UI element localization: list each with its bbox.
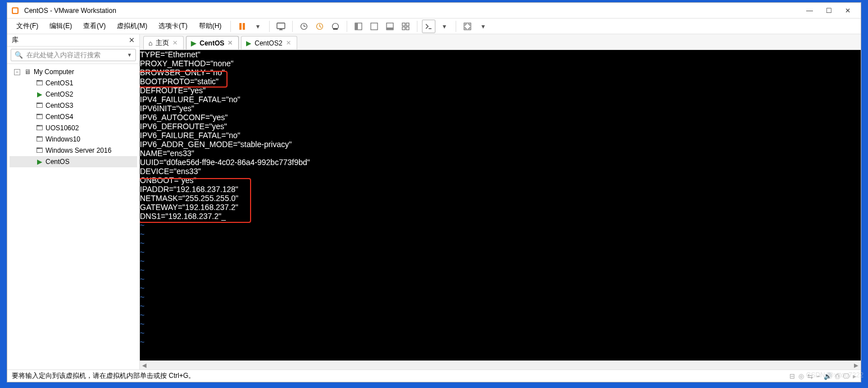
tab-close-icon[interactable]: ✕ [172, 39, 178, 47]
cd-icon[interactable]: ◎ [798, 372, 804, 380]
layout-single-icon[interactable] [367, 20, 381, 33]
tab-label: CentOS2 [255, 39, 282, 47]
menu-vm[interactable]: 虚拟机(M) [112, 20, 152, 33]
pause-icon[interactable] [235, 20, 249, 33]
chevron-down-icon[interactable]: ▼ [127, 52, 132, 58]
manage-icon[interactable] [329, 20, 342, 33]
dropdown-icon[interactable]: ▾ [251, 20, 265, 33]
svg-rect-3 [243, 23, 245, 30]
tree-item-win10[interactable]: 🗔Windows10 [10, 134, 137, 145]
revert-icon[interactable] [313, 20, 326, 33]
menu-tabs[interactable]: 选项卡(T) [154, 20, 192, 33]
tab-centos[interactable]: ▶CentOS✕ [186, 36, 239, 49]
terminal-tilde: ~ [140, 275, 861, 284]
terminal[interactable]: TYPE="Ethernet"PROXY_METHOD="none"BROWSE… [140, 50, 861, 360]
menu-help[interactable]: 帮助(H) [194, 20, 226, 33]
collapse-icon[interactable]: − [14, 69, 20, 75]
terminal-line: DEVICE="ens33" [140, 167, 861, 176]
menu-edit[interactable]: 编辑(E) [45, 20, 76, 33]
vm-icon: 🗔 [35, 135, 43, 143]
terminal-line: DEFROUTE="yes" [140, 86, 861, 95]
tab-close-icon[interactable]: ✕ [286, 39, 291, 47]
disk-icon[interactable]: ⊟ [789, 372, 795, 380]
search-row: 🔍 在此处键入内容进行搜索 ▼ [7, 47, 139, 64]
window-title: CentOS - VMware Workstation [24, 7, 116, 15]
titlebar: CentOS - VMware Workstation ― ☐ ✕ [7, 3, 861, 19]
svg-rect-21 [406, 27, 409, 30]
home-icon: ⌂ [148, 39, 152, 47]
menu-view[interactable]: 查看(V) [79, 20, 110, 33]
console-icon[interactable] [422, 20, 435, 33]
dropdown-icon[interactable]: ▾ [476, 20, 490, 33]
terminal-tilde: ~ [140, 266, 861, 275]
maximize-button[interactable]: ☐ [819, 4, 838, 17]
svg-rect-12 [333, 28, 338, 30]
clock-icon[interactable] [297, 20, 311, 33]
terminal-line: IPV6INIT="yes" [140, 104, 861, 113]
minimize-button[interactable]: ― [800, 4, 819, 17]
terminal-line: PROXY_METHOD="none" [140, 59, 861, 68]
tree-item-centos[interactable]: ▶CentOS [10, 156, 137, 167]
terminal-line: GATEWAY="192.168.237.2" [140, 203, 861, 212]
menubar: 文件(F) 编辑(E) 查看(V) 虚拟机(M) 选项卡(T) 帮助(H) ▾ … [7, 19, 861, 34]
sidebar: 库 ✕ 🔍 在此处键入内容进行搜索 ▼ − 🖥 My Computer 🗔Cen… [7, 34, 140, 369]
terminal-line: IPADDR="192.168.237.128" [140, 185, 861, 194]
terminal-line: TYPE="Ethernet" [140, 50, 861, 59]
dropdown-icon[interactable]: ▾ [438, 20, 451, 33]
tab-centos2[interactable]: ▶CentOS2✕ [241, 36, 297, 49]
layout-thumb-icon[interactable] [383, 20, 397, 33]
tab-home[interactable]: ⌂主页✕ [143, 36, 184, 49]
svg-rect-20 [402, 27, 405, 30]
sidebar-title: 库 [12, 35, 19, 45]
terminal-tilde: ~ [140, 284, 861, 293]
layout-multi-icon[interactable] [399, 20, 412, 33]
terminal-tilde: ~ [140, 302, 861, 311]
tree-item-centos1[interactable]: 🗔CentOS1 [10, 77, 137, 89]
watermark: CSDN @xttou7222 [806, 371, 864, 379]
svg-rect-1 [13, 8, 17, 13]
separator [456, 21, 456, 32]
scroll-left-icon[interactable]: ◀ [140, 362, 149, 368]
separator [269, 21, 270, 32]
terminal-line: BROWSER_ONLY="no" [140, 68, 861, 77]
terminal-tilde: ~ [140, 328, 861, 337]
tree-item-label: CentOS1 [46, 79, 73, 87]
tree-item-centos2[interactable]: ▶CentOS2 [10, 89, 137, 100]
vm-icon: 🗔 [35, 102, 43, 109]
scroll-right-icon[interactable]: ▶ [852, 362, 861, 368]
tree-item-centos3[interactable]: 🗔CentOS3 [10, 100, 137, 111]
terminal-line: DNS1="192.168.237.2"_ [140, 212, 861, 221]
horizontal-scrollbar[interactable]: ◀ ▶ [140, 360, 861, 369]
search-icon: 🔍 [15, 51, 23, 59]
terminal-tilde: ~ [140, 239, 861, 248]
tree-item-label: CentOS4 [46, 113, 73, 121]
menu-file[interactable]: 文件(F) [12, 20, 43, 33]
svg-rect-2 [239, 23, 242, 30]
fullscreen-icon[interactable] [461, 20, 474, 33]
snapshot-icon[interactable] [274, 20, 288, 33]
close-button[interactable]: ✕ [838, 4, 857, 17]
svg-rect-19 [406, 23, 409, 26]
scroll-track[interactable] [149, 362, 852, 369]
svg-rect-15 [371, 23, 378, 30]
tab-close-icon[interactable]: ✕ [228, 39, 233, 47]
tree-item-label: UOS10602 [46, 124, 79, 132]
sidebar-header: 库 ✕ [7, 34, 139, 47]
search-placeholder: 在此处键入内容进行搜索 [26, 51, 101, 60]
tree-item-centos4[interactable]: 🗔CentOS4 [10, 111, 137, 122]
body: 库 ✕ 🔍 在此处键入内容进行搜索 ▼ − 🖥 My Computer 🗔Cen… [7, 34, 861, 369]
tab-label: CentOS [199, 39, 224, 47]
tree-item-winserver[interactable]: 🗔Windows Server 2016 [10, 145, 137, 156]
sidebar-close-icon[interactable]: ✕ [129, 36, 135, 44]
tree-item-label: CentOS [46, 158, 70, 166]
tree-root[interactable]: − 🖥 My Computer [10, 66, 137, 77]
tab-label: 主页 [156, 38, 169, 48]
vm-running-icon: ▶ [35, 158, 43, 166]
vm-icon: 🗔 [35, 79, 43, 87]
tree-item-uos[interactable]: 🗔UOS10602 [10, 122, 137, 134]
tree-item-label: CentOS2 [46, 90, 73, 98]
layout-left-icon[interactable] [352, 20, 365, 33]
status-text: 要将输入定向到该虚拟机，请在虚拟机内部单击或按 Ctrl+G。 [12, 371, 195, 381]
terminal-line: IPV6_DEFROUTE="yes" [140, 122, 861, 131]
search-input[interactable]: 🔍 在此处键入内容进行搜索 ▼ [11, 49, 136, 61]
